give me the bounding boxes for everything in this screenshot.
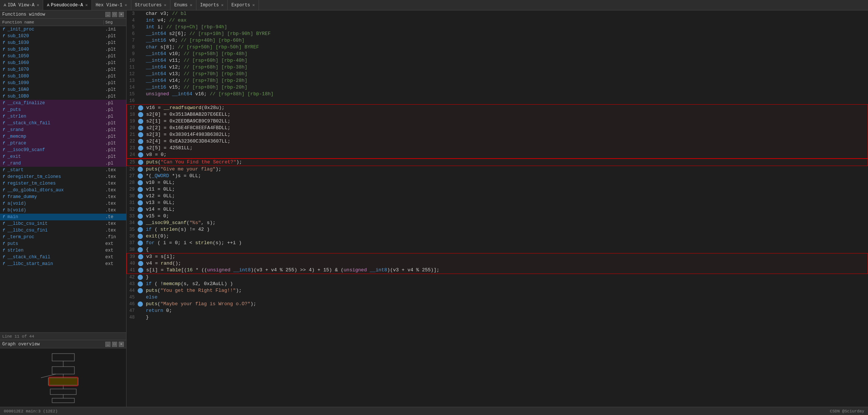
tab-ida-view-a[interactable]: A IDA View-A ✕	[0, 0, 43, 10]
function-list-item[interactable]: f_rand.pl	[0, 160, 126, 167]
breakpoint-dot[interactable]	[138, 240, 143, 246]
function-list-item[interactable]: fsub_1050.plt	[0, 53, 126, 60]
function-list-item[interactable]: f__cxa_finalize.pl	[0, 100, 126, 106]
function-list-item[interactable]: f_ptrace.plt	[0, 140, 126, 147]
functions-panel-close[interactable]: ✕	[119, 12, 124, 17]
graph-panel-minimize[interactable]: _	[105, 342, 110, 347]
code-text: if ( strlen(s) != 42 )	[144, 226, 210, 233]
tab-structures[interactable]: Structures ✕	[131, 0, 171, 10]
breakpoint-dot[interactable]	[138, 160, 143, 165]
breakpoint-dot[interactable]	[138, 167, 143, 172]
function-list-item[interactable]: fputsext	[0, 240, 126, 247]
breakpoint-dot[interactable]	[138, 112, 143, 117]
function-list-item[interactable]: f__stack_chk_failext	[0, 254, 126, 261]
function-list-item[interactable]: fmain.te	[0, 214, 126, 220]
tab-hex-view-1[interactable]: Hex View-1 ✕	[92, 0, 131, 10]
breakpoint-dot[interactable]	[138, 139, 143, 144]
code-line: 48}	[126, 314, 868, 321]
breakpoint-dot[interactable]	[138, 288, 143, 293]
function-list-item[interactable]: f_memcmp.plt	[0, 133, 126, 140]
function-segment: .plt	[104, 33, 126, 39]
function-list-item[interactable]: fsub_1040.plt	[0, 46, 126, 53]
breakpoint-dot[interactable]	[138, 187, 143, 192]
close-tab-ida-view-a[interactable]: ✕	[37, 3, 39, 7]
breakpoint-dot[interactable]	[138, 207, 143, 212]
close-tab-imports[interactable]: ✕	[221, 3, 224, 7]
graph-panel-restore[interactable]: □	[112, 342, 117, 347]
breakpoint-dot[interactable]	[138, 247, 143, 252]
function-list-item[interactable]: fa(void).tex	[0, 200, 126, 207]
close-tab-exports[interactable]: ✕	[252, 3, 255, 7]
function-list-item[interactable]: f__do_global_dtors_aux.tex	[0, 187, 126, 194]
function-list-item[interactable]: fsub_1070.plt	[0, 66, 126, 73]
no-breakpoint	[138, 308, 143, 313]
breakpoint-dot[interactable]	[138, 146, 143, 151]
breakpoint-dot[interactable]	[138, 214, 143, 219]
breakpoint-dot[interactable]	[138, 152, 143, 157]
breakpoint-dot[interactable]	[138, 301, 143, 307]
function-list-item[interactable]: fstrlenext	[0, 247, 126, 254]
function-list-item[interactable]: fsub_1020.plt	[0, 33, 126, 39]
tab-exports[interactable]: Exports ✕	[228, 0, 259, 10]
breakpoint-dot[interactable]	[138, 105, 143, 111]
breakpoint-dot[interactable]	[138, 275, 143, 280]
breakpoint-dot[interactable]	[138, 234, 143, 239]
function-list-item[interactable]: fsub_1030.plt	[0, 39, 126, 46]
functions-panel-minimize[interactable]: _	[105, 12, 110, 17]
no-breakpoint	[138, 85, 143, 90]
function-list-item[interactable]: f_init_proc.ini	[0, 26, 126, 33]
graph-panel-close[interactable]: ✕	[119, 342, 124, 347]
function-list-item[interactable]: f__libc_csu_fini.tex	[0, 227, 126, 234]
close-tab-pseudocode-a[interactable]: ✕	[85, 3, 88, 7]
breakpoint-dot[interactable]	[138, 200, 143, 205]
breakpoint-dot[interactable]	[138, 261, 143, 266]
function-list-item[interactable]: f_srand.plt	[0, 127, 126, 133]
close-tab-hex-view[interactable]: ✕	[125, 3, 127, 7]
function-list-item[interactable]: fsub_1090.plt	[0, 80, 126, 86]
breakpoint-dot[interactable]	[138, 180, 143, 185]
line-number: 40	[127, 260, 138, 267]
breakpoint-dot[interactable]	[138, 268, 143, 273]
function-list-item[interactable]: f__libc_csu_init.tex	[0, 220, 126, 227]
breakpoint-dot[interactable]	[138, 119, 143, 124]
function-list-item[interactable]: f_strlen.pl	[0, 113, 126, 120]
breakpoint-dot[interactable]	[138, 125, 143, 131]
tab-enums[interactable]: Enums ✕	[170, 0, 196, 10]
function-list-item[interactable]: fsub_10B0.plt	[0, 93, 126, 100]
code-line: 24 v8 = 0;	[127, 151, 868, 158]
function-list-item[interactable]: f_term_proc.fin	[0, 234, 126, 240]
function-list-item[interactable]: f__stack_chk_fail.plt	[0, 120, 126, 127]
function-list-item[interactable]: f__libc_start_mainext	[0, 261, 126, 267]
close-tab-structures[interactable]: ✕	[164, 3, 167, 7]
function-list-item[interactable]: fb(void).tex	[0, 207, 126, 214]
tab-pseudocode-a[interactable]: A Pseudocode-A ✕	[43, 0, 92, 10]
function-list-item[interactable]: f_puts.pl	[0, 106, 126, 113]
function-icon: f	[1, 248, 7, 253]
function-list-item[interactable]: fsub_1080.plt	[0, 73, 126, 80]
code-content[interactable]: 3 char v3; // bl4 int v4; // eax5 int i;…	[126, 10, 868, 407]
function-list-item[interactable]: f_start.tex	[0, 167, 126, 173]
breakpoint-dot[interactable]	[138, 194, 143, 199]
function-list-item[interactable]: f_exit.plt	[0, 153, 126, 160]
breakpoint-dot[interactable]	[138, 227, 143, 232]
breakpoint-dot[interactable]	[138, 281, 143, 287]
tab-imports[interactable]: Imports ✕	[196, 0, 228, 10]
breakpoint-dot[interactable]	[138, 220, 143, 226]
function-list-item[interactable]: fsub_1060.plt	[0, 60, 126, 66]
close-tab-enums[interactable]: ✕	[190, 3, 192, 7]
graph-overview-svg[interactable]	[0, 348, 126, 407]
function-list-item[interactable]: fregister_tm_clones.tex	[0, 180, 126, 187]
breakpoint-dot[interactable]	[138, 254, 143, 259]
functions-list[interactable]: f_init_proc.inifsub_1020.pltfsub_1030.pl…	[0, 26, 126, 332]
breakpoint-dot[interactable]	[138, 132, 143, 137]
function-segment: .plt	[104, 134, 126, 139]
function-list-item[interactable]: fderegister_tm_clones.tex	[0, 173, 126, 180]
code-text: v4 = rand();	[145, 260, 181, 267]
col-function-name[interactable]: Function name	[0, 20, 104, 25]
breakpoint-dot[interactable]	[138, 173, 143, 179]
function-list-item[interactable]: fframe_dummy.tex	[0, 194, 126, 200]
function-list-item[interactable]: fsub_10A0.plt	[0, 86, 126, 93]
functions-panel-restore[interactable]: □	[112, 12, 117, 17]
col-segment[interactable]: Seg	[104, 20, 126, 25]
function-list-item[interactable]: f__isoc99_scanf.plt	[0, 147, 126, 153]
